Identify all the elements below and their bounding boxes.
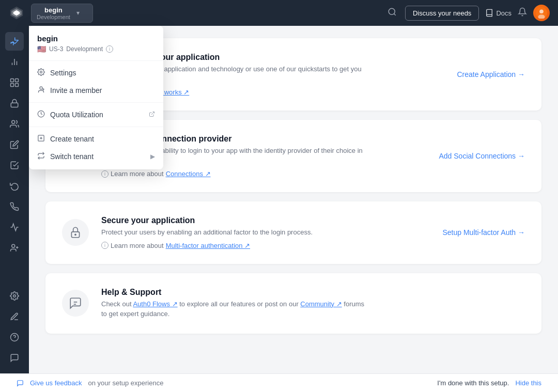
info-icon[interactable]: i — [106, 45, 113, 53]
invite-label: Invite a member — [50, 86, 102, 95]
switch-tenant-label: Switch tenant — [50, 152, 94, 161]
svg-point-8 — [40, 71, 42, 73]
divider-3 — [29, 127, 163, 127]
sidebar-item-feedback[interactable] — [5, 349, 24, 367]
application-card-action: Create Application → — [457, 70, 525, 79]
tenant-env-label: Development — [66, 45, 103, 53]
svg-rect-22 — [11, 84, 14, 87]
secure-learn-text: Learn more about — [111, 242, 164, 249]
sidebar-item-phone[interactable] — [5, 197, 24, 216]
sidebar-item-add-user[interactable] — [5, 239, 24, 257]
social-card-action: Add Social Connections → — [439, 152, 525, 160]
help-support-card: Help & Support Check out Auth0 Flows ↗ t… — [45, 273, 541, 334]
dropdown-tenant-meta: 🇺🇸 US-3 Development i — [37, 45, 155, 53]
dropdown-tenant-name: begin — [37, 34, 155, 43]
add-social-connections-link[interactable]: Add Social Connections → — [439, 152, 525, 160]
svg-point-29 — [13, 295, 16, 297]
switch-tenant-menu-item[interactable]: Switch tenant ▶ — [29, 148, 163, 165]
secure-card-icon — [62, 219, 89, 246]
connections-link[interactable]: Connections ↗ — [166, 170, 211, 178]
secure-card-title: Secure your application — [101, 216, 430, 225]
sidebar-item-check[interactable] — [5, 156, 24, 175]
divider-1 — [29, 60, 163, 61]
help-card-body: Help & Support Check out Auth0 Flows ↗ t… — [101, 288, 525, 319]
svg-point-3 — [389, 8, 395, 14]
switch-tenant-icon — [37, 152, 45, 161]
flag-icon: 🇺🇸 — [37, 45, 46, 53]
sidebar-item-users[interactable] — [5, 115, 24, 133]
sidebar-item-lock[interactable] — [5, 94, 24, 113]
tenant-dropdown-menu: begin 🇺🇸 US-3 Development i Settings Inv… — [29, 26, 163, 169]
svg-point-25 — [12, 120, 15, 123]
social-info-icon: i — [101, 170, 109, 178]
create-application-link[interactable]: Create Application → — [457, 70, 525, 79]
quota-utilization-menu-item[interactable]: Quota Utilization — [29, 106, 163, 123]
done-text: I'm done with this setup. — [437, 379, 509, 387]
help-card-icon — [62, 290, 89, 317]
discuss-needs-button[interactable]: Discuss your needs — [405, 6, 479, 21]
tenant-region: US-3 — [49, 45, 63, 53]
sidebar-item-settings[interactable] — [5, 307, 24, 326]
give-feedback-link[interactable]: Give us feedback — [30, 379, 82, 387]
sidebar-item-extensions[interactable] — [5, 287, 24, 305]
secure-card-body: Secure your application Protect your use… — [101, 216, 430, 249]
logo — [8, 5, 25, 21]
svg-line-13 — [151, 112, 154, 115]
svg-point-9 — [40, 87, 42, 89]
help-card-desc: Check out Auth0 Flows ↗ to explore all o… — [101, 299, 370, 319]
hide-setup-link[interactable]: Hide this — [515, 379, 541, 387]
invite-icon — [37, 86, 45, 95]
sidebar-item-chart[interactable] — [5, 218, 24, 237]
chevron-right-icon: ▶ — [150, 153, 155, 160]
svg-point-26 — [12, 244, 15, 247]
secure-card-action: Setup Multi-factor Auth → — [442, 228, 525, 237]
docs-link[interactable]: Docs — [485, 9, 512, 17]
community-link[interactable]: Community ↗ — [300, 300, 342, 308]
sidebar — [0, 26, 29, 373]
settings-menu-item[interactable]: Settings — [29, 64, 163, 82]
settings-icon — [37, 68, 45, 77]
tenant-selector-button[interactable]: begin Development ▾ — [31, 4, 93, 23]
svg-line-4 — [394, 13, 395, 15]
tenant-env: Development — [37, 14, 70, 20]
create-tenant-menu-item[interactable]: Create tenant — [29, 130, 163, 148]
secure-card-desc: Protect your users by enabling an additi… — [101, 227, 370, 238]
svg-rect-23 — [16, 84, 19, 87]
sidebar-item-refresh[interactable] — [5, 177, 24, 195]
external-link-icon — [149, 111, 155, 119]
svg-point-41 — [75, 234, 76, 236]
chevron-down-icon: ▾ — [76, 9, 80, 17]
svg-rect-20 — [11, 79, 14, 82]
sidebar-item-analytics[interactable] — [5, 53, 24, 71]
secure-card-link: i Learn more about Multi-factor authenti… — [101, 242, 430, 249]
dropdown-header: begin 🇺🇸 US-3 Development i — [29, 32, 163, 57]
social-card-link: i Learn more about Connections ↗ — [101, 170, 426, 178]
secure-card: Secure your application Protect your use… — [45, 201, 541, 264]
sidebar-item-edit[interactable] — [5, 135, 24, 154]
quota-label: Quota Utilization — [50, 111, 103, 119]
svg-rect-21 — [16, 79, 19, 82]
feedback-suffix: on your setup experience — [88, 379, 163, 387]
divider-2 — [29, 102, 163, 103]
mfa-link[interactable]: Multi-factor authentication ↗ — [166, 242, 250, 249]
sidebar-item-activity[interactable] — [5, 32, 24, 51]
create-tenant-label: Create tenant — [50, 135, 94, 143]
help-card-title: Help & Support — [101, 288, 525, 297]
footer-bar: Give us feedback on your setup experienc… — [0, 373, 558, 392]
sidebar-item-help[interactable] — [5, 328, 24, 347]
auth0-flows-link[interactable]: Auth0 Flows ↗ — [133, 300, 177, 308]
secure-info-icon: i — [101, 242, 109, 249]
top-navigation: begin Development ▾ Discuss your needs D… — [0, 0, 558, 26]
quota-icon — [37, 110, 45, 119]
docs-label: Docs — [496, 9, 512, 17]
svg-rect-24 — [11, 103, 18, 107]
search-button[interactable] — [385, 5, 399, 21]
invite-member-menu-item[interactable]: Invite a member — [29, 82, 163, 99]
create-tenant-icon — [37, 134, 45, 144]
setup-mfa-link[interactable]: Setup Multi-factor Auth → — [442, 228, 525, 237]
settings-label: Settings — [50, 69, 76, 77]
notifications-bell[interactable] — [518, 7, 527, 19]
tenant-name: begin — [37, 6, 70, 14]
user-avatar[interactable] — [533, 5, 550, 21]
sidebar-item-blocks[interactable] — [5, 73, 24, 92]
